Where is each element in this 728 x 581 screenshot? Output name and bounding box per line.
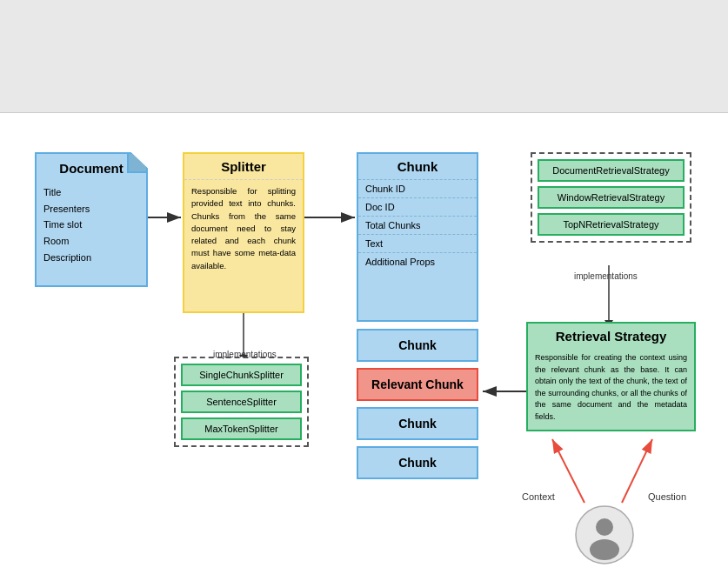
document-title: Document bbox=[37, 154, 146, 181]
implementations-label-bottom: implementations bbox=[213, 350, 277, 359]
retrieval-description: Responsible for creating the context usi… bbox=[528, 349, 694, 430]
user-icon bbox=[574, 504, 635, 565]
svg-point-13 bbox=[596, 518, 613, 536]
chunk-small-3: Chunk bbox=[357, 446, 478, 479]
document-fields: Title Presenters Time slot Room Descript… bbox=[37, 181, 146, 269]
chunk-field-text: Text bbox=[358, 234, 477, 252]
document-box: Document Title Presenters Time slot Room… bbox=[35, 152, 148, 287]
canvas: Document Title Presenters Time slot Room… bbox=[0, 113, 728, 581]
chunk-small-1: Chunk bbox=[357, 329, 478, 362]
impl-item-1: SentenceSplitter bbox=[181, 391, 302, 413]
context-label: Context bbox=[522, 491, 555, 502]
question-label: Question bbox=[648, 491, 686, 502]
strategy-item-1: WindowRetrievalStrategy bbox=[538, 186, 685, 209]
svg-line-10 bbox=[552, 439, 584, 503]
impl-container: SingleChunkSplitter SentenceSplitter Max… bbox=[174, 357, 309, 447]
doc-field-title: Title bbox=[43, 184, 139, 201]
impl-item-0: SingleChunkSplitter bbox=[181, 364, 302, 386]
doc-field-presenters: Presenters bbox=[43, 201, 139, 217]
retrieval-strategy-box: Retrieval Strategy Responsible for creat… bbox=[526, 322, 696, 431]
splitter-title: Splitter bbox=[184, 154, 303, 180]
chunk-field-total: Total Chunks bbox=[358, 216, 477, 234]
top-bar bbox=[0, 0, 728, 113]
implementations-label-top: implementations bbox=[574, 271, 638, 281]
retrieval-title: Retrieval Strategy bbox=[528, 324, 694, 349]
splitter-box: Splitter Responsible for splitting provi… bbox=[183, 152, 304, 313]
doc-field-timeslot: Time slot bbox=[43, 217, 139, 233]
strategy-container: DocumentRetrievalStrategy WindowRetrieva… bbox=[531, 152, 691, 243]
strategy-item-2: TopNRetrievalStrategy bbox=[538, 213, 685, 236]
doc-field-description: Description bbox=[43, 250, 139, 266]
chunk-small-2: Chunk bbox=[357, 407, 478, 440]
impl-item-2: MaxTokenSplitter bbox=[181, 417, 302, 440]
svg-point-14 bbox=[590, 539, 619, 560]
doc-field-room: Room bbox=[43, 233, 139, 250]
chunk-main-box: Chunk Chunk ID Doc ID Total Chunks Text … bbox=[357, 152, 478, 322]
chunk-field-props: Additional Props bbox=[358, 252, 477, 270]
chunk-main-title: Chunk bbox=[358, 154, 477, 179]
chunk-field-id: Chunk ID bbox=[358, 179, 477, 197]
chunk-field-docid: Doc ID bbox=[358, 197, 477, 216]
splitter-description: Responsible for splitting provided text … bbox=[184, 180, 303, 277]
chunk-relevant-box: Relevant Chunk bbox=[357, 368, 478, 401]
strategy-item-0: DocumentRetrievalStrategy bbox=[538, 159, 685, 182]
